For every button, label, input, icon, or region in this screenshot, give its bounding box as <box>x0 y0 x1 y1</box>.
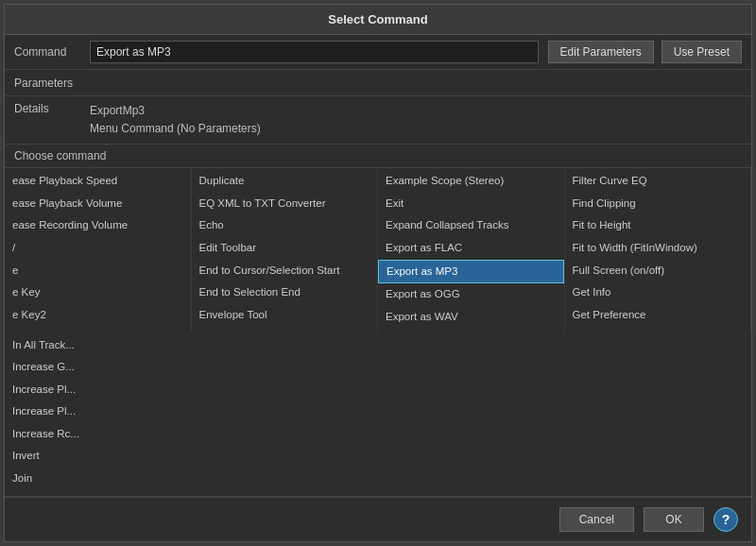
dialog-title: Select Command <box>5 5 751 35</box>
command-col-2: Example Scope (Stereo)ExitExpand Collaps… <box>378 168 565 332</box>
command-item[interactable]: Export as OGG <box>378 283 564 306</box>
parameters-row: Parameters <box>5 70 751 96</box>
command-item[interactable]: Full Screen (on/off) <box>565 260 751 282</box>
command-list-area: ease Playback Speedease Playback Volumee… <box>5 168 751 497</box>
command-item[interactable]: Duplicate <box>192 170 378 193</box>
choose-command-title: Choose command <box>5 145 751 168</box>
command-item[interactable]: Fit to Width (FitInWindow) <box>565 237 751 260</box>
command-item[interactable]: Export as WAV <box>378 306 564 329</box>
command-item[interactable]: e Key <box>5 282 191 304</box>
command-item[interactable]: Edit Toolbar <box>192 237 378 260</box>
command-item[interactable]: Filter Curve EQ <box>565 170 751 193</box>
edit-parameters-button[interactable]: Edit Parameters <box>548 41 654 63</box>
use-preset-button[interactable]: Use Preset <box>662 41 742 63</box>
details-label: Details <box>14 102 90 115</box>
command-item[interactable]: e <box>5 260 191 282</box>
command-item[interactable]: In All Track... <box>5 334 192 357</box>
details-row: Details ExportMp3 Menu Command (No Param… <box>5 96 751 145</box>
command-item[interactable]: Exit <box>378 193 564 215</box>
command-item[interactable]: Graphic EQ <box>565 326 751 332</box>
dialog-footer: Cancel OK ? <box>5 497 751 541</box>
command-item[interactable]: ease Recording Volume <box>5 214 191 237</box>
ok-button[interactable]: OK <box>644 507 704 532</box>
command-col-1: DuplicateEQ XML to TXT ConverterEchoEdit… <box>192 168 379 332</box>
command-item[interactable]: Invert <box>5 445 192 468</box>
command-columns: ease Playback Speedease Playback Volumee… <box>5 168 751 497</box>
command-item[interactable]: Karaoke <box>5 490 192 496</box>
cancel-button[interactable]: Cancel <box>559 507 634 532</box>
details-line2: Menu Command (No Parameters) <box>90 120 261 138</box>
command-item[interactable]: Echo <box>192 214 378 237</box>
command-item[interactable]: End to Selection End <box>192 282 378 304</box>
details-line1: ExportMp3 <box>90 102 261 120</box>
command-row: Command Edit Parameters Use Preset <box>5 35 751 70</box>
details-text: ExportMp3 Menu Command (No Parameters) <box>90 102 261 138</box>
command-input[interactable] <box>90 41 539 63</box>
command-item[interactable]: / <box>5 237 191 260</box>
command-item[interactable]: Fit to Height <box>565 214 751 237</box>
command-item[interactable]: Expand Collapsed Tracks <box>378 214 564 237</box>
command-item[interactable]: ease Playback Speed <box>5 170 191 193</box>
command-item[interactable]: End to Cursor/Selection Start <box>192 260 378 282</box>
select-command-dialog: Select Command Command Edit Parameters U… <box>4 4 752 542</box>
command-item[interactable]: Find Clipping <box>565 193 751 215</box>
command-item[interactable]: e Key2 <box>5 304 191 327</box>
command-col-4: In All Track...Increase G...Increase Pl.… <box>5 333 192 496</box>
command-item[interactable]: Increase G... <box>5 356 192 379</box>
command-item[interactable]: Increase Pl... <box>5 401 192 423</box>
command-col-0: ease Playback Speedease Playback Volumee… <box>5 168 192 332</box>
command-item[interactable]: Export as FLAC <box>378 237 564 260</box>
command-item[interactable]: Get Preference <box>565 304 751 327</box>
command-item[interactable]: Export2 <box>378 328 564 332</box>
command-item[interactable]: Increase Rc... <box>5 423 192 446</box>
parameters-label: Parameters <box>14 77 90 90</box>
help-button[interactable]: ? <box>713 507 738 532</box>
command-item[interactable]: Get Info <box>565 282 751 304</box>
command-item[interactable]: Example Fifths <box>192 326 378 332</box>
command-item[interactable]: Envelope Tool <box>192 304 378 327</box>
command-item[interactable]: Export as MP3 <box>378 260 564 284</box>
command-label: Command <box>14 45 90 59</box>
command-col-3: Filter Curve EQFind ClippingFit to Heigh… <box>565 168 752 332</box>
command-item[interactable]: ease Playback Volume <box>5 193 191 215</box>
command-item[interactable]: EQ XML to TXT Converter <box>192 193 378 215</box>
command-item[interactable]: Increase Pl... <box>5 379 192 401</box>
command-item[interactable]: Example Scope (Stereo) <box>378 170 564 193</box>
command-item[interactable]: Join <box>5 468 192 490</box>
